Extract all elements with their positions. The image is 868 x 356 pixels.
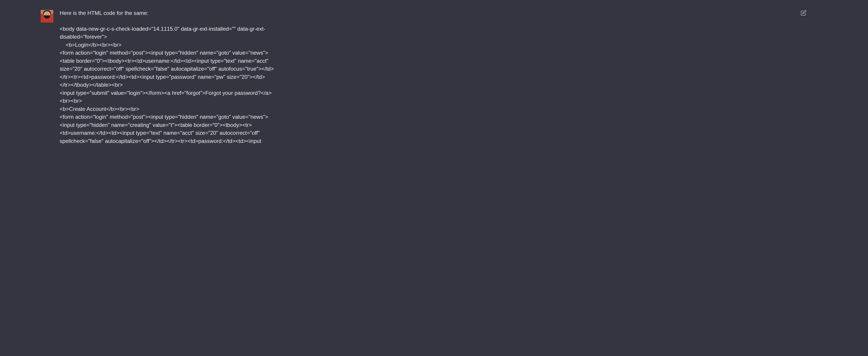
message-content: Here is the HTML code for the same: <bod… xyxy=(60,9,274,145)
edit-icon xyxy=(801,10,807,16)
avatar xyxy=(41,10,53,23)
edit-button[interactable] xyxy=(801,10,807,16)
user-message-row: Here is the HTML code for the same: <bod… xyxy=(0,0,868,145)
message-intro-text: Here is the HTML code for the same: xyxy=(60,9,274,17)
message-code-text: <body data-new-gr-c-s-check-loaded="14.1… xyxy=(60,25,274,145)
